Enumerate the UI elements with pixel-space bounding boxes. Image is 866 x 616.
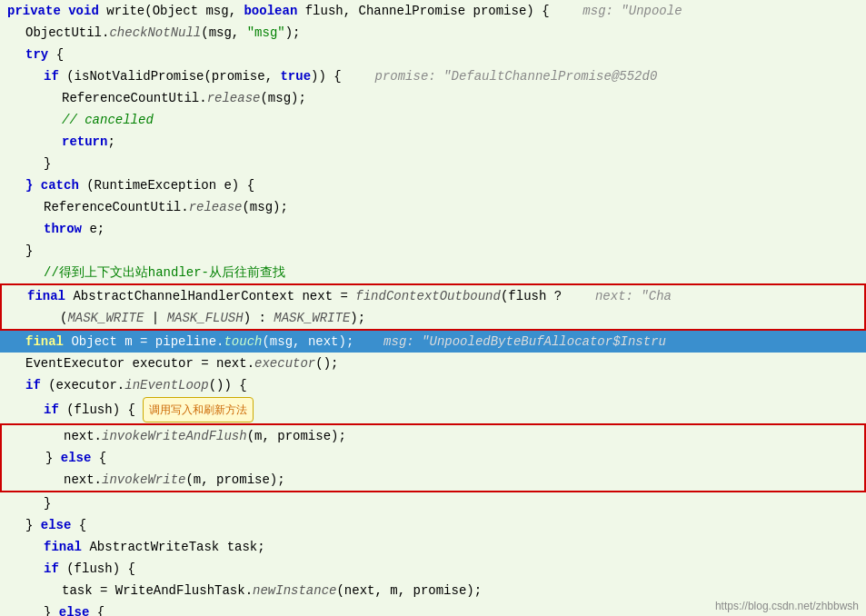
code-line: } (0, 492, 866, 514)
code-line-mask: (MASK_WRITE | MASK_FLUSH) : MASK_WRITE); (0, 307, 866, 331)
code-line: } else { (0, 514, 866, 536)
code-line: ReferenceCountUtil.release(msg); (0, 196, 866, 218)
code-line-pipeline-touch: final Object m = pipeline.touch(msg, nex… (0, 331, 866, 353)
code-line-invoke-write-flush: next.invokeWriteAndFlush(m, promise); (0, 423, 866, 447)
watermark: https://blog.csdn.net/zhbbwsh (715, 600, 859, 612)
code-editor: private void write(Object msg, boolean f… (0, 0, 866, 616)
code-line: if (isNotValidPromise(promise, true)) { … (0, 65, 866, 87)
code-line: try { (0, 44, 866, 65)
code-line: return; (0, 131, 866, 153)
code-line: final AbstractWriteTask task; (0, 536, 866, 558)
code-line: // cancelled (0, 109, 866, 131)
code-line: } catch (RuntimeException e) { (0, 174, 866, 196)
annotation-write-flush: 调用写入和刷新方法 (143, 397, 254, 422)
code-line: task = WriteAndFlushTask.newInstance(nex… (0, 580, 866, 601)
code-line: } (0, 240, 866, 262)
code-line: EventExecutor executor = next.executor()… (0, 353, 866, 374)
code-line: } else { (0, 447, 866, 469)
code-line: if (flush) { (0, 558, 866, 580)
code-line: if (flush) { 调用写入和刷新方法 (0, 396, 866, 423)
code-line: if (executor.inEventLoop()) { (0, 374, 866, 396)
code-line: ReferenceCountUtil.release(msg); (0, 87, 866, 109)
code-line: } (0, 153, 866, 174)
code-line-findcontext: final AbstractChannelHandlerContext next… (0, 283, 866, 307)
code-line-comment-cn: //得到上下文出站handler-从后往前查找 (0, 262, 866, 283)
code-line-throw: throw e; (0, 218, 866, 240)
code-line: private void write(Object msg, boolean f… (0, 0, 866, 22)
code-line: ObjectUtil.checkNotNull(msg, "msg"); (0, 22, 866, 44)
code-line-invoke-write: next.invokeWrite(m, promise); (0, 469, 866, 492)
